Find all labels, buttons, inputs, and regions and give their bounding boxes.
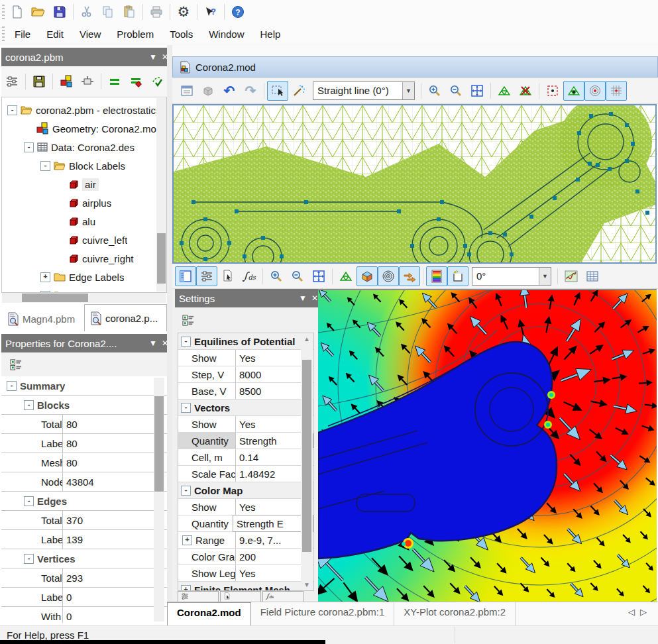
- equals-diamond-button[interactable]: [125, 72, 146, 91]
- panel-toggle-button[interactable]: [175, 266, 196, 286]
- property-group-edges[interactable]: -Edges: [1, 492, 167, 511]
- paste-button[interactable]: [119, 2, 140, 22]
- property-value[interactable]: 293: [62, 568, 167, 587]
- property-value[interactable]: 0: [62, 588, 167, 606]
- minus-expander-icon[interactable]: -: [7, 381, 17, 391]
- settings-vscrollbar[interactable]: ▲ ▼: [301, 333, 313, 590]
- property-row-total[interactable]: Total80: [1, 415, 167, 434]
- floppy-olive-button[interactable]: [28, 72, 50, 91]
- tree-item-alu[interactable]: alu: [2, 212, 166, 231]
- table-grid-button[interactable]: [582, 266, 603, 286]
- menu-item-view[interactable]: View: [72, 27, 109, 42]
- props-window-button[interactable]: [176, 81, 197, 101]
- property-value[interactable]: 43804: [62, 472, 167, 491]
- print-button[interactable]: [146, 2, 167, 22]
- toolbar-gripper[interactable]: [2, 5, 5, 19]
- tree-item-cuivre_left[interactable]: cuivre_left: [2, 231, 166, 249]
- settings-row-step-v[interactable]: Step, V8000: [178, 366, 313, 383]
- property-row-labeled[interactable]: Labeled139: [1, 530, 167, 549]
- mesh-view[interactable]: [172, 104, 657, 264]
- categorized-view-icon[interactable]: [178, 310, 199, 330]
- settings-row-show[interactable]: ShowYes: [178, 499, 313, 515]
- mesh-canvas[interactable]: [174, 105, 655, 262]
- options-gear-button[interactable]: ⚙: [173, 2, 194, 22]
- tab-next-icon[interactable]: ▷: [640, 607, 647, 617]
- field-canvas[interactable]: [318, 290, 657, 603]
- mesh-delete-button[interactable]: [515, 81, 536, 101]
- chevron-down-icon[interactable]: ▼: [297, 294, 309, 303]
- magic-wand-button[interactable]: [288, 81, 309, 101]
- property-group-vertices[interactable]: -Vertices: [1, 549, 167, 568]
- properties-vscrollbar[interactable]: [154, 378, 164, 621]
- menu-item-problem[interactable]: Problem: [109, 27, 162, 42]
- context-help-button[interactable]: ?: [200, 2, 221, 22]
- tree-item-corona2[interactable]: -corona2.pbm - electrostatics: [2, 101, 166, 119]
- rainbow-button[interactable]: [426, 266, 447, 286]
- categorized-view-icon[interactable]: [5, 354, 27, 374]
- menu-item-file[interactable]: File: [7, 27, 38, 42]
- settings-row-show[interactable]: ShowYes: [178, 350, 313, 366]
- zoom-in-button[interactable]: [424, 81, 445, 101]
- settings-row-range[interactable]: +Range9.e-9, 7...: [178, 532, 313, 549]
- mesh-button[interactable]: [494, 81, 515, 101]
- plus-expander-icon[interactable]: +: [181, 585, 191, 592]
- equals-green-button[interactable]: [104, 72, 125, 91]
- tree-item-block[interactable]: -Block Labels: [2, 156, 166, 175]
- toolbar-dropdown[interactable]: 0°▼: [472, 267, 551, 286]
- menu-item-help[interactable]: Help: [252, 27, 289, 42]
- menu-item-tools[interactable]: Tools: [162, 27, 201, 42]
- property-row-meshed[interactable]: Meshed80: [1, 453, 167, 472]
- xy-plot-button[interactable]: [561, 266, 582, 286]
- settings-row-scale-factor[interactable]: Scale Factor1.48492: [178, 466, 313, 482]
- undo-button[interactable]: ↶: [219, 81, 240, 101]
- integral-button[interactable]: ∫ds: [239, 266, 260, 286]
- tree-item-cuivre_right[interactable]: cuivre_right: [2, 249, 166, 268]
- property-value[interactable]: 0: [62, 607, 167, 623]
- chevron-down-icon[interactable]: ▼: [539, 268, 551, 285]
- tab-prev-icon[interactable]: ◁: [628, 607, 635, 617]
- minus-expander-icon[interactable]: -: [24, 142, 34, 152]
- chevron-down-icon[interactable]: ▼: [147, 339, 159, 348]
- window-tab-0[interactable]: Corona2.mod: [167, 602, 251, 626]
- zoom-out-button[interactable]: [287, 266, 308, 286]
- menu-item-window[interactable]: Window: [201, 27, 252, 42]
- sliders-button[interactable]: [1, 72, 23, 91]
- new-document-button[interactable]: [7, 2, 28, 22]
- menubar-gripper[interactable]: [2, 27, 5, 41]
- plus-expander-icon[interactable]: +: [182, 535, 192, 545]
- tree-item-edge[interactable]: +Edge Labels: [2, 268, 166, 286]
- save-button[interactable]: [49, 2, 70, 22]
- settings-group-color-map[interactable]: -Color Map: [178, 482, 313, 499]
- setting-value[interactable]: Strength: [239, 435, 302, 447]
- doc-pointer-button[interactable]: [217, 266, 239, 286]
- toolbar-dropdown[interactable]: Straight line (0°)▼: [313, 81, 415, 100]
- field-picture[interactable]: [318, 289, 657, 603]
- minus-expander-icon[interactable]: -: [40, 161, 50, 171]
- mesh-button[interactable]: [335, 266, 356, 286]
- cube-gray-button[interactable]: [197, 81, 219, 101]
- geometry-cubes-button[interactable]: [56, 72, 77, 91]
- project-tree-hscrollbar[interactable]: [2, 293, 166, 303]
- settings-row-quantity[interactable]: QuantityStrength E: [178, 515, 313, 532]
- select-rect-button[interactable]: [267, 81, 288, 101]
- tree-item-data[interactable]: -Data: Corona2.des: [2, 138, 166, 156]
- settings-row-cell-m[interactable]: Cell, m0.14: [178, 449, 313, 466]
- settings-row-color-grades[interactable]: Color Grades200: [178, 549, 313, 565]
- zoom-extents-button[interactable]: [308, 266, 329, 286]
- settings-tab-doc-pointer[interactable]: [220, 591, 261, 602]
- property-group-blocks[interactable]: -Blocks: [1, 396, 167, 415]
- property-row-nodes[interactable]: Nodes43804: [1, 472, 167, 492]
- settings-group-finite-element-mesh[interactable]: +Finite Element Mesh: [178, 582, 313, 591]
- minus-expander-icon[interactable]: -: [7, 105, 17, 115]
- settings-row-show-legend[interactable]: Show LegendYes: [178, 565, 313, 582]
- property-value[interactable]: 80: [62, 434, 167, 453]
- dock-splitter[interactable]: [167, 45, 172, 625]
- select-red-button[interactable]: [542, 81, 563, 101]
- help-button[interactable]: ?: [227, 2, 248, 22]
- doc-tab-1[interactable]: corona2.p...: [84, 304, 167, 331]
- settings-row-show[interactable]: ShowYes: [178, 416, 313, 433]
- verify-green-button[interactable]: [146, 72, 168, 91]
- zoom-in-button[interactable]: [266, 266, 287, 286]
- zoom-extents-button[interactable]: [466, 81, 488, 101]
- project-tree-vscrollbar[interactable]: [156, 98, 166, 292]
